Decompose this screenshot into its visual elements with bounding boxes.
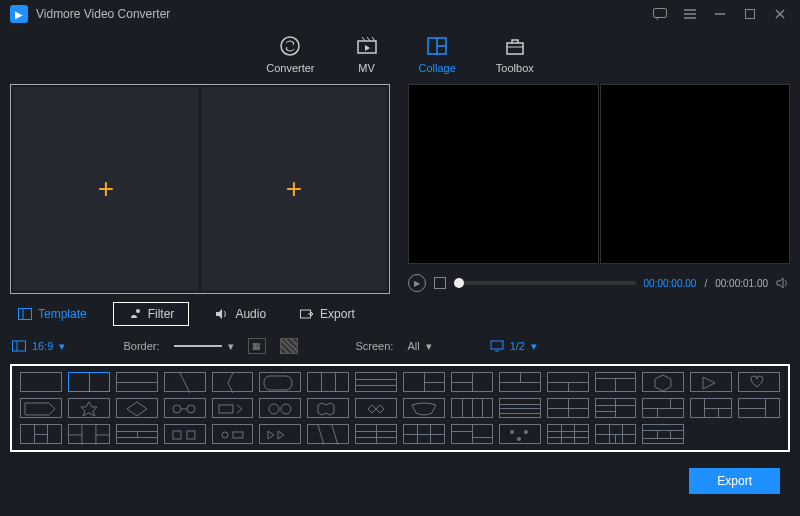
template-item[interactable] bbox=[259, 424, 301, 444]
template-item[interactable] bbox=[738, 372, 780, 392]
svg-rect-43 bbox=[232, 432, 242, 438]
template-item[interactable] bbox=[164, 372, 206, 392]
template-item[interactable] bbox=[690, 398, 732, 418]
collage-icon bbox=[425, 34, 449, 58]
svg-line-45 bbox=[332, 425, 338, 445]
canvas-slot-1[interactable]: + bbox=[13, 87, 199, 291]
feedback-icon[interactable] bbox=[650, 4, 670, 24]
template-item[interactable] bbox=[212, 398, 254, 418]
template-item[interactable] bbox=[116, 424, 158, 444]
template-item[interactable] bbox=[642, 424, 684, 444]
aspect-ratio-dropdown[interactable]: 16:9 ▾ bbox=[12, 340, 65, 353]
tab-toolbox[interactable]: Toolbox bbox=[496, 34, 534, 74]
template-item[interactable] bbox=[20, 424, 62, 444]
export-button[interactable]: Export bbox=[689, 468, 780, 494]
svg-rect-17 bbox=[19, 309, 32, 320]
template-item[interactable] bbox=[212, 424, 254, 444]
svg-point-48 bbox=[517, 437, 521, 441]
svg-marker-10 bbox=[365, 45, 370, 51]
template-item[interactable] bbox=[547, 398, 589, 418]
template-item[interactable] bbox=[595, 372, 637, 392]
template-item[interactable] bbox=[307, 398, 349, 418]
template-icon bbox=[18, 307, 32, 321]
export-icon bbox=[300, 307, 314, 321]
template-item[interactable] bbox=[355, 424, 397, 444]
filter-icon bbox=[128, 307, 142, 321]
audio-button[interactable]: Audio bbox=[207, 303, 274, 325]
svg-point-8 bbox=[281, 37, 299, 55]
tab-collage[interactable]: Collage bbox=[419, 34, 456, 74]
template-item[interactable] bbox=[499, 424, 541, 444]
svg-point-47 bbox=[524, 430, 528, 434]
preview-pane bbox=[408, 84, 790, 264]
menu-icon[interactable] bbox=[680, 4, 700, 24]
template-item[interactable] bbox=[259, 372, 301, 392]
template-item[interactable] bbox=[738, 398, 780, 418]
template-item[interactable] bbox=[595, 424, 637, 444]
audio-icon bbox=[215, 307, 229, 321]
template-item[interactable] bbox=[451, 424, 493, 444]
template-item[interactable] bbox=[595, 398, 637, 418]
template-item[interactable] bbox=[20, 398, 62, 418]
template-item[interactable] bbox=[20, 372, 62, 392]
export-tab-button[interactable]: Export bbox=[292, 303, 363, 325]
template-item[interactable] bbox=[547, 372, 589, 392]
volume-icon[interactable] bbox=[776, 276, 790, 290]
template-item[interactable] bbox=[642, 398, 684, 418]
template-item[interactable] bbox=[164, 424, 206, 444]
time-total: 00:00:01.00 bbox=[715, 278, 768, 289]
border-pattern-button[interactable] bbox=[280, 338, 298, 354]
template-item[interactable] bbox=[355, 372, 397, 392]
template-item[interactable] bbox=[355, 398, 397, 418]
ratio-icon bbox=[12, 340, 26, 352]
stop-button[interactable] bbox=[434, 277, 446, 289]
template-item[interactable] bbox=[690, 372, 732, 392]
border-color-button[interactable]: ▦ bbox=[248, 338, 266, 354]
template-item[interactable] bbox=[307, 372, 349, 392]
svg-rect-0 bbox=[654, 9, 667, 18]
maximize-icon[interactable] bbox=[740, 4, 760, 24]
template-item[interactable] bbox=[68, 398, 110, 418]
border-style-dropdown[interactable]: ▾ bbox=[174, 340, 234, 353]
template-item[interactable] bbox=[499, 372, 541, 392]
template-item[interactable] bbox=[68, 424, 110, 444]
template-item[interactable] bbox=[451, 398, 493, 418]
close-icon[interactable] bbox=[770, 4, 790, 24]
page-selector[interactable]: 1/2 ▾ bbox=[490, 340, 537, 353]
svg-rect-41 bbox=[187, 431, 195, 439]
filter-button[interactable]: Filter bbox=[113, 302, 190, 326]
mv-icon bbox=[355, 34, 379, 58]
border-label: Border: bbox=[123, 340, 159, 352]
template-item[interactable] bbox=[499, 398, 541, 418]
template-item[interactable] bbox=[164, 398, 206, 418]
template-item[interactable] bbox=[212, 372, 254, 392]
svg-rect-33 bbox=[218, 405, 232, 413]
template-item[interactable] bbox=[116, 398, 158, 418]
template-button[interactable]: Template bbox=[10, 303, 95, 325]
template-item[interactable] bbox=[403, 398, 445, 418]
tab-mv[interactable]: MV bbox=[355, 34, 379, 74]
app-title: Vidmore Video Converter bbox=[36, 7, 170, 21]
tab-converter[interactable]: Converter bbox=[266, 34, 314, 74]
template-item[interactable] bbox=[403, 424, 445, 444]
template-item[interactable] bbox=[68, 372, 110, 392]
template-item[interactable] bbox=[451, 372, 493, 392]
svg-rect-22 bbox=[13, 341, 26, 351]
player-controls: ▶ 00:00:00.00/00:00:01.00 bbox=[408, 272, 790, 294]
svg-marker-20 bbox=[216, 309, 222, 319]
template-item[interactable] bbox=[259, 398, 301, 418]
add-icon: + bbox=[286, 173, 302, 205]
svg-rect-14 bbox=[507, 43, 523, 54]
template-item[interactable] bbox=[307, 424, 349, 444]
template-item[interactable] bbox=[642, 372, 684, 392]
play-button[interactable]: ▶ bbox=[408, 274, 426, 292]
minimize-icon[interactable] bbox=[710, 4, 730, 24]
time-current: 00:00:00.00 bbox=[644, 278, 697, 289]
template-item[interactable] bbox=[547, 424, 589, 444]
template-item[interactable] bbox=[116, 372, 158, 392]
progress-bar[interactable] bbox=[454, 281, 636, 285]
screen-dropdown[interactable]: All ▾ bbox=[407, 340, 431, 353]
canvas-slot-2[interactable]: + bbox=[201, 87, 387, 291]
svg-rect-40 bbox=[173, 431, 181, 439]
template-item[interactable] bbox=[403, 372, 445, 392]
